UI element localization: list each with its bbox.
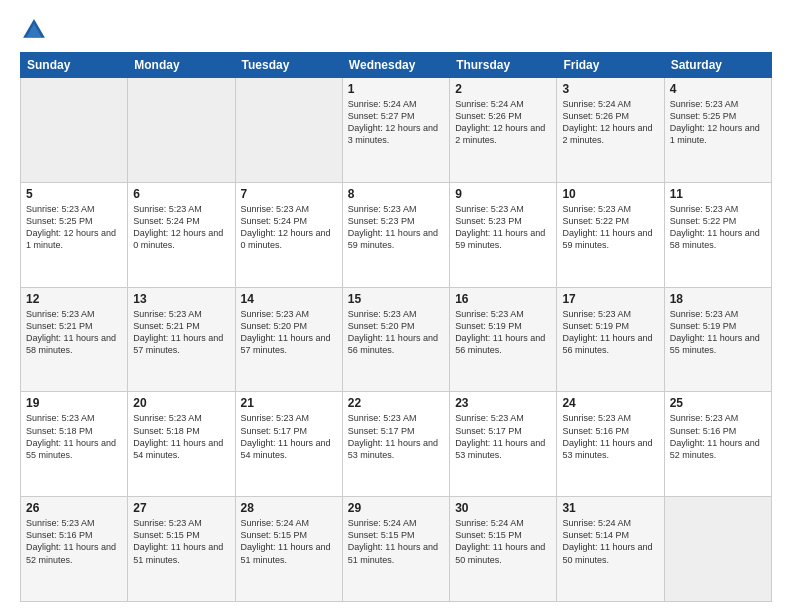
day-cell: 10Sunrise: 5:23 AM Sunset: 5:22 PM Dayli…: [557, 182, 664, 287]
day-cell: 24Sunrise: 5:23 AM Sunset: 5:16 PM Dayli…: [557, 392, 664, 497]
day-content: Sunrise: 5:23 AM Sunset: 5:25 PM Dayligh…: [26, 203, 122, 252]
day-number: 31: [562, 501, 658, 515]
weekday-header-tuesday: Tuesday: [235, 53, 342, 78]
day-content: Sunrise: 5:23 AM Sunset: 5:16 PM Dayligh…: [26, 517, 122, 566]
day-content: Sunrise: 5:24 AM Sunset: 5:14 PM Dayligh…: [562, 517, 658, 566]
day-cell: 16Sunrise: 5:23 AM Sunset: 5:19 PM Dayli…: [450, 287, 557, 392]
day-cell: 22Sunrise: 5:23 AM Sunset: 5:17 PM Dayli…: [342, 392, 449, 497]
day-number: 14: [241, 292, 337, 306]
day-number: 20: [133, 396, 229, 410]
day-content: Sunrise: 5:23 AM Sunset: 5:25 PM Dayligh…: [670, 98, 766, 147]
day-content: Sunrise: 5:23 AM Sunset: 5:22 PM Dayligh…: [670, 203, 766, 252]
day-cell: [664, 497, 771, 602]
weekday-header-friday: Friday: [557, 53, 664, 78]
day-number: 3: [562, 82, 658, 96]
day-cell: [128, 78, 235, 183]
page: SundayMondayTuesdayWednesdayThursdayFrid…: [0, 0, 792, 612]
day-number: 10: [562, 187, 658, 201]
day-number: 7: [241, 187, 337, 201]
day-number: 27: [133, 501, 229, 515]
day-content: Sunrise: 5:23 AM Sunset: 5:22 PM Dayligh…: [562, 203, 658, 252]
day-cell: 27Sunrise: 5:23 AM Sunset: 5:15 PM Dayli…: [128, 497, 235, 602]
day-cell: [21, 78, 128, 183]
weekday-header-saturday: Saturday: [664, 53, 771, 78]
day-cell: 3Sunrise: 5:24 AM Sunset: 5:26 PM Daylig…: [557, 78, 664, 183]
week-row-5: 26Sunrise: 5:23 AM Sunset: 5:16 PM Dayli…: [21, 497, 772, 602]
day-number: 19: [26, 396, 122, 410]
day-cell: 9Sunrise: 5:23 AM Sunset: 5:23 PM Daylig…: [450, 182, 557, 287]
day-cell: 6Sunrise: 5:23 AM Sunset: 5:24 PM Daylig…: [128, 182, 235, 287]
day-number: 17: [562, 292, 658, 306]
day-cell: 5Sunrise: 5:23 AM Sunset: 5:25 PM Daylig…: [21, 182, 128, 287]
day-number: 1: [348, 82, 444, 96]
day-number: 9: [455, 187, 551, 201]
day-number: 30: [455, 501, 551, 515]
day-cell: [235, 78, 342, 183]
day-number: 28: [241, 501, 337, 515]
day-number: 21: [241, 396, 337, 410]
week-row-2: 5Sunrise: 5:23 AM Sunset: 5:25 PM Daylig…: [21, 182, 772, 287]
calendar: SundayMondayTuesdayWednesdayThursdayFrid…: [20, 52, 772, 602]
day-number: 15: [348, 292, 444, 306]
day-content: Sunrise: 5:23 AM Sunset: 5:19 PM Dayligh…: [455, 308, 551, 357]
day-number: 6: [133, 187, 229, 201]
weekday-header-row: SundayMondayTuesdayWednesdayThursdayFrid…: [21, 53, 772, 78]
day-content: Sunrise: 5:23 AM Sunset: 5:16 PM Dayligh…: [562, 412, 658, 461]
day-content: Sunrise: 5:23 AM Sunset: 5:17 PM Dayligh…: [348, 412, 444, 461]
day-number: 12: [26, 292, 122, 306]
day-content: Sunrise: 5:23 AM Sunset: 5:18 PM Dayligh…: [133, 412, 229, 461]
day-number: 29: [348, 501, 444, 515]
day-number: 26: [26, 501, 122, 515]
day-cell: 20Sunrise: 5:23 AM Sunset: 5:18 PM Dayli…: [128, 392, 235, 497]
day-cell: 15Sunrise: 5:23 AM Sunset: 5:20 PM Dayli…: [342, 287, 449, 392]
day-cell: 31Sunrise: 5:24 AM Sunset: 5:14 PM Dayli…: [557, 497, 664, 602]
week-row-3: 12Sunrise: 5:23 AM Sunset: 5:21 PM Dayli…: [21, 287, 772, 392]
day-number: 2: [455, 82, 551, 96]
header: [20, 16, 772, 44]
day-number: 4: [670, 82, 766, 96]
weekday-header-monday: Monday: [128, 53, 235, 78]
day-content: Sunrise: 5:23 AM Sunset: 5:24 PM Dayligh…: [241, 203, 337, 252]
day-cell: 28Sunrise: 5:24 AM Sunset: 5:15 PM Dayli…: [235, 497, 342, 602]
day-content: Sunrise: 5:23 AM Sunset: 5:17 PM Dayligh…: [455, 412, 551, 461]
day-cell: 1Sunrise: 5:24 AM Sunset: 5:27 PM Daylig…: [342, 78, 449, 183]
day-content: Sunrise: 5:23 AM Sunset: 5:20 PM Dayligh…: [348, 308, 444, 357]
day-cell: 23Sunrise: 5:23 AM Sunset: 5:17 PM Dayli…: [450, 392, 557, 497]
day-number: 5: [26, 187, 122, 201]
day-number: 11: [670, 187, 766, 201]
day-cell: 25Sunrise: 5:23 AM Sunset: 5:16 PM Dayli…: [664, 392, 771, 497]
day-cell: 13Sunrise: 5:23 AM Sunset: 5:21 PM Dayli…: [128, 287, 235, 392]
day-content: Sunrise: 5:23 AM Sunset: 5:19 PM Dayligh…: [670, 308, 766, 357]
day-content: Sunrise: 5:24 AM Sunset: 5:15 PM Dayligh…: [241, 517, 337, 566]
day-number: 25: [670, 396, 766, 410]
day-content: Sunrise: 5:24 AM Sunset: 5:15 PM Dayligh…: [348, 517, 444, 566]
day-cell: 30Sunrise: 5:24 AM Sunset: 5:15 PM Dayli…: [450, 497, 557, 602]
day-content: Sunrise: 5:24 AM Sunset: 5:26 PM Dayligh…: [455, 98, 551, 147]
day-content: Sunrise: 5:23 AM Sunset: 5:19 PM Dayligh…: [562, 308, 658, 357]
day-content: Sunrise: 5:23 AM Sunset: 5:20 PM Dayligh…: [241, 308, 337, 357]
day-cell: 4Sunrise: 5:23 AM Sunset: 5:25 PM Daylig…: [664, 78, 771, 183]
day-number: 22: [348, 396, 444, 410]
day-cell: 11Sunrise: 5:23 AM Sunset: 5:22 PM Dayli…: [664, 182, 771, 287]
day-cell: 8Sunrise: 5:23 AM Sunset: 5:23 PM Daylig…: [342, 182, 449, 287]
weekday-header-sunday: Sunday: [21, 53, 128, 78]
day-cell: 2Sunrise: 5:24 AM Sunset: 5:26 PM Daylig…: [450, 78, 557, 183]
logo-icon: [20, 16, 48, 44]
day-number: 13: [133, 292, 229, 306]
day-content: Sunrise: 5:23 AM Sunset: 5:15 PM Dayligh…: [133, 517, 229, 566]
day-content: Sunrise: 5:23 AM Sunset: 5:24 PM Dayligh…: [133, 203, 229, 252]
weekday-header-thursday: Thursday: [450, 53, 557, 78]
day-content: Sunrise: 5:23 AM Sunset: 5:18 PM Dayligh…: [26, 412, 122, 461]
day-content: Sunrise: 5:23 AM Sunset: 5:21 PM Dayligh…: [133, 308, 229, 357]
day-content: Sunrise: 5:23 AM Sunset: 5:16 PM Dayligh…: [670, 412, 766, 461]
day-cell: 29Sunrise: 5:24 AM Sunset: 5:15 PM Dayli…: [342, 497, 449, 602]
day-content: Sunrise: 5:23 AM Sunset: 5:21 PM Dayligh…: [26, 308, 122, 357]
week-row-4: 19Sunrise: 5:23 AM Sunset: 5:18 PM Dayli…: [21, 392, 772, 497]
day-content: Sunrise: 5:24 AM Sunset: 5:15 PM Dayligh…: [455, 517, 551, 566]
logo: [20, 16, 52, 44]
day-content: Sunrise: 5:24 AM Sunset: 5:26 PM Dayligh…: [562, 98, 658, 147]
day-cell: 19Sunrise: 5:23 AM Sunset: 5:18 PM Dayli…: [21, 392, 128, 497]
day-cell: 17Sunrise: 5:23 AM Sunset: 5:19 PM Dayli…: [557, 287, 664, 392]
week-row-1: 1Sunrise: 5:24 AM Sunset: 5:27 PM Daylig…: [21, 78, 772, 183]
day-number: 23: [455, 396, 551, 410]
